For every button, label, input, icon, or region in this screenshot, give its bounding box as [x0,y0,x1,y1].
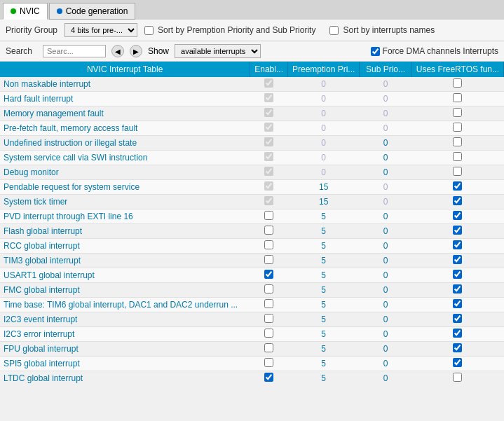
show-select[interactable]: available interrupts all interrupts [175,44,261,58]
sort-preemption-checkbox-label[interactable]: Sort by Premption Priority and Sub Prior… [144,25,315,35]
subprio-cell: 0 [360,121,411,136]
freertos-checkbox[interactable] [453,299,462,308]
freertos-cell[interactable] [411,165,503,180]
force-dma-checkbox[interactable] [371,47,380,56]
freertos-checkbox[interactable] [453,167,462,176]
freertos-checkbox[interactable] [453,255,462,264]
freertos-cell[interactable] [411,327,503,342]
enable-cell[interactable] [250,239,288,254]
enable-checkbox[interactable] [264,329,273,338]
freertos-checkbox[interactable] [453,314,462,323]
freertos-cell[interactable] [411,357,503,371]
freertos-cell[interactable] [411,106,503,121]
freertos-cell[interactable] [411,209,503,224]
search-input[interactable] [43,45,106,57]
freertos-cell[interactable] [411,239,503,254]
freertos-cell[interactable] [411,121,503,136]
enable-cell[interactable] [250,151,288,165]
enable-cell[interactable] [250,327,288,342]
enable-cell[interactable] [250,136,288,151]
freertos-checkbox[interactable] [453,108,462,117]
freertos-cell[interactable] [411,151,503,165]
enable-cell[interactable] [250,106,288,121]
freertos-checkbox[interactable] [453,343,462,352]
enable-checkbox[interactable] [264,123,273,132]
enable-checkbox[interactable] [264,181,273,191]
enable-checkbox[interactable] [264,373,273,382]
enable-cell[interactable] [250,371,288,385]
freertos-cell[interactable] [411,254,503,268]
freertos-cell[interactable] [411,195,503,209]
preempt-cell: 5 [287,239,359,254]
enable-cell[interactable] [250,283,288,298]
freertos-cell[interactable] [411,312,503,327]
freertos-checkbox[interactable] [453,78,462,88]
tab-nvic[interactable]: NVIC [3,3,48,20]
freertos-checkbox[interactable] [453,240,462,249]
enable-checkbox[interactable] [264,240,273,249]
freertos-checkbox[interactable] [453,152,462,161]
enable-cell[interactable] [250,357,288,371]
enable-checkbox[interactable] [264,270,273,279]
enable-cell[interactable] [250,165,288,180]
tab-codegen[interactable]: Code generation [49,3,136,20]
col-header-enable: Enabl... [250,62,288,77]
sort-names-checkbox-label[interactable]: Sort by interrupts names [329,25,435,35]
enable-checkbox[interactable] [264,137,273,146]
freertos-checkbox[interactable] [453,226,462,235]
enable-cell[interactable] [250,180,288,195]
freertos-checkbox[interactable] [453,329,462,338]
search-next-button[interactable]: ▶ [130,45,142,57]
enable-cell[interactable] [250,268,288,283]
enable-cell[interactable] [250,298,288,312]
enable-cell[interactable] [250,342,288,357]
enable-checkbox[interactable] [264,255,273,264]
enable-checkbox[interactable] [264,93,273,102]
freertos-checkbox[interactable] [453,123,462,132]
freertos-checkbox[interactable] [453,211,462,220]
enable-checkbox[interactable] [264,284,273,294]
enable-cell[interactable] [250,224,288,239]
enable-checkbox[interactable] [264,343,273,352]
enable-cell[interactable] [250,312,288,327]
freertos-cell[interactable] [411,224,503,239]
enable-cell[interactable] [250,195,288,209]
priority-group-select[interactable]: 4 bits for pre-... 3 bits for pre-... 2 … [64,23,137,37]
enable-checkbox[interactable] [264,299,273,308]
freertos-cell[interactable] [411,180,503,195]
enable-cell[interactable] [250,209,288,224]
enable-checkbox[interactable] [264,211,273,220]
freertos-cell[interactable] [411,92,503,106]
enable-checkbox[interactable] [264,78,273,88]
freertos-checkbox[interactable] [453,270,462,279]
freertos-cell[interactable] [411,371,503,385]
freertos-checkbox[interactable] [453,93,462,102]
freertos-checkbox[interactable] [453,137,462,146]
freertos-checkbox[interactable] [453,181,462,191]
enable-checkbox[interactable] [264,167,273,176]
freertos-cell[interactable] [411,268,503,283]
enable-checkbox[interactable] [264,108,273,117]
enable-cell[interactable] [250,254,288,268]
enable-cell[interactable] [250,92,288,106]
freertos-cell[interactable] [411,77,503,92]
sort-names-checkbox[interactable] [329,26,339,35]
freertos-checkbox[interactable] [453,373,462,382]
sort-preemption-checkbox[interactable] [144,26,154,35]
enable-checkbox[interactable] [264,226,273,235]
enable-checkbox[interactable] [264,152,273,161]
freertos-checkbox[interactable] [453,358,462,367]
freertos-cell[interactable] [411,136,503,151]
enable-checkbox[interactable] [264,358,273,367]
table-row: Time base: TIM6 global interrupt, DAC1 a… [0,298,504,312]
enable-checkbox[interactable] [264,196,273,205]
search-prev-button[interactable]: ◀ [111,45,124,57]
enable-cell[interactable] [250,77,288,92]
freertos-cell[interactable] [411,283,503,298]
freertos-checkbox[interactable] [453,284,462,294]
freertos-cell[interactable] [411,342,503,357]
freertos-checkbox[interactable] [453,196,462,205]
freertos-cell[interactable] [411,298,503,312]
enable-cell[interactable] [250,121,288,136]
enable-checkbox[interactable] [264,314,273,323]
